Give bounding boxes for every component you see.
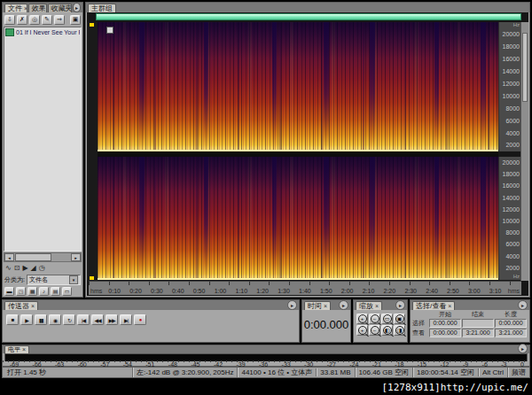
loop-play-button[interactable]: ↻ (63, 314, 75, 325)
scroll-left-icon[interactable]: ◂ (4, 253, 14, 261)
go-to-beginning-button[interactable]: |◀ (77, 314, 90, 325)
vertical-scrollbar-thumb[interactable] (522, 33, 528, 102)
tab-effects[interactable]: 效果 (28, 4, 47, 12)
selection-end-field[interactable] (462, 319, 494, 328)
sort-label: 分类为: (4, 275, 25, 284)
selection-start-field[interactable]: 0:00.000 (429, 319, 461, 328)
zoom-in-button[interactable]: + (356, 314, 368, 324)
col-header-length: 长度 (495, 311, 527, 318)
edit-file-button[interactable]: ✎ (42, 15, 52, 25)
import-cd-button[interactable]: ◎ (29, 15, 40, 25)
zoom-out-button[interactable]: − (369, 314, 380, 324)
horizontal-scrollbar[interactable]: ◂ ▸ (4, 252, 82, 262)
timeline-ruler[interactable]: hms 0:100:200:300:400:501:001:101:201:30… (89, 281, 521, 295)
col-header-start: 开始 (429, 311, 461, 318)
selection-start-marker[interactable] (90, 23, 94, 27)
preview-icon: ⊡ (14, 264, 20, 272)
tab-selection-view[interactable]: 选择/查看 × (412, 301, 455, 310)
panel-menu-button[interactable]: ▸ (395, 300, 405, 310)
selection-handle-box[interactable] (106, 27, 113, 34)
freq-tick-label: 18000 (499, 171, 521, 177)
preview-clock-button[interactable]: ◷ (39, 265, 45, 272)
preview-play-button[interactable]: ▶ (22, 265, 27, 272)
panel-menu-button[interactable]: ▸ (518, 344, 528, 353)
selection-length-field[interactable]: 0:00.000 (495, 319, 527, 328)
panel-options-button[interactable]: ▣ (70, 15, 81, 25)
import-file-button[interactable]: ⇩ (4, 15, 15, 25)
zoom-out-vertical-button[interactable]: − (369, 325, 380, 336)
close-file-button[interactable]: ✗ (17, 15, 27, 25)
show-loop-files-button[interactable]: ◳ (16, 287, 26, 296)
file-list[interactable]: 01 If I Never See Your Fac (4, 27, 82, 252)
show-midi-files-button[interactable]: ♪ (39, 287, 49, 296)
close-tab-icon[interactable]: × (375, 302, 379, 310)
spectrogram-left-channel[interactable] (98, 22, 498, 151)
go-to-end-button[interactable]: ▶| (120, 314, 132, 325)
sort-row: 分类为: 文件名 ▾ (3, 274, 82, 285)
watermark-text: [1278x911]http://upic.me/ (381, 382, 532, 393)
play-button[interactable]: ▶ (20, 314, 33, 325)
panel-menu-button[interactable]: ▸ (287, 300, 297, 310)
close-tab-icon[interactable]: × (324, 302, 327, 310)
close-tab-icon[interactable]: × (22, 346, 26, 353)
show-video-files-button[interactable]: ▦ (27, 287, 37, 296)
transport-icon: ◉ (53, 317, 57, 323)
spectral-dark-band (434, 157, 439, 280)
tab-main-group[interactable]: 主群组 (88, 4, 116, 12)
tab-zoom[interactable]: 缩放 × (356, 301, 382, 310)
panel-menu-button[interactable]: ▸ (73, 3, 81, 12)
close-tab-icon[interactable]: × (24, 4, 27, 12)
chevron-down-icon[interactable]: ▾ (69, 275, 78, 284)
tab-time[interactable]: 时间 × (304, 301, 331, 310)
bottom-strip: [1278x911]http://upic.me/ (0, 379, 532, 395)
freq-unit-label: Hz (499, 274, 521, 280)
vertical-scrollbar[interactable] (520, 22, 528, 281)
pause-button[interactable]: ▮▮ (35, 314, 47, 325)
zoom-selection-right-button[interactable]: ◨ (394, 325, 405, 336)
sort-select[interactable]: 文件名 ▾ (27, 275, 81, 285)
loop-mode-button[interactable]: ∿ (5, 265, 12, 272)
stop-button[interactable]: ■ (6, 314, 19, 325)
zoom-in-vertical-button[interactable]: + (356, 325, 368, 336)
view-start-field[interactable]: 0:00.000 (429, 329, 461, 337)
panel-menu-button[interactable]: ▸ (339, 300, 348, 310)
auto-play-button[interactable]: ⊡ (14, 265, 20, 272)
tab-levels[interactable]: 电平 × (4, 345, 29, 353)
close-tab-icon[interactable]: × (31, 302, 35, 310)
close-tab-icon[interactable]: × (448, 302, 451, 310)
selection-start-marker-bottom[interactable] (90, 276, 94, 280)
scrollbar-thumb[interactable] (15, 253, 51, 261)
tab-transport[interactable]: 传送器 × (4, 301, 38, 310)
frequency-ruler-right-channel[interactable]: 2000018000160001400012000100008000600040… (498, 157, 521, 280)
insert-multitrack-button[interactable]: ⇒ (54, 15, 65, 25)
toolbar-icon: ✎ (44, 16, 50, 23)
tab-favorites[interactable]: 收藏夹 (48, 4, 72, 12)
rewind-button[interactable]: ◀◀ (91, 314, 104, 325)
file-item[interactable]: 01 If I Never See Your Fac (4, 27, 81, 37)
play-from-cursor-button[interactable]: ◉ (49, 314, 61, 325)
show-session-files-button[interactable]: ▤ (51, 287, 60, 296)
frequency-ruler-left-channel[interactable]: Hz 2000018000160001400012000100008000600… (498, 22, 521, 151)
zoom-full-button[interactable]: ▭ (381, 314, 393, 324)
tab-time-label: 时间 (308, 302, 322, 310)
main-group-panel: 主群组 Hz (85, 2, 530, 298)
spectrogram-right-channel[interactable] (98, 157, 498, 280)
record-button[interactable]: ● (134, 314, 146, 325)
tab-files[interactable]: 文件 × (4, 4, 27, 12)
view-length-field[interactable]: 3:21.000 (495, 329, 527, 337)
zoom-to-selection-button[interactable]: ▣ (394, 314, 405, 324)
tab-transport-label: 传送器 (8, 302, 29, 310)
overview-navigation-bar[interactable] (96, 13, 521, 20)
panel-menu-button[interactable]: ▸ (518, 300, 528, 310)
zoom-selection-left-button[interactable]: ◧ (381, 325, 393, 336)
show-audio-files-button[interactable]: ▬ (4, 287, 14, 296)
view-end-field[interactable]: 3:21.000 (462, 329, 494, 337)
scroll-right-icon[interactable]: ▸ (71, 253, 81, 261)
time-tick-label: 0:50 (193, 287, 206, 295)
freq-tick-label: 14000 (499, 68, 521, 74)
freq-tick-label: 8000 (499, 229, 521, 236)
fast-forward-button[interactable]: ▶▶ (106, 314, 118, 325)
time-tick-label: 1:40 (299, 287, 311, 295)
show-full-path-button[interactable]: ▭ (62, 287, 72, 296)
preview-volume-button[interactable]: ◢ (31, 265, 36, 272)
